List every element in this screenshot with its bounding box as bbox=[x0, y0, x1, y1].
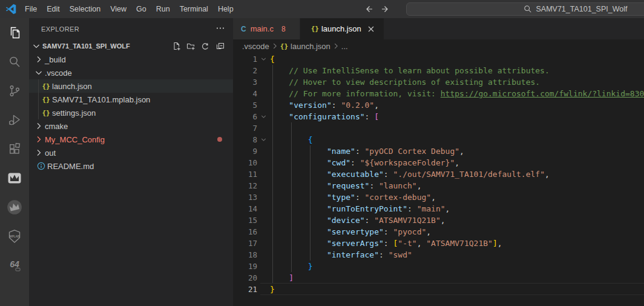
code-editor[interactable]: 1{2 // Use IntelliSense to learn about p… bbox=[233, 53, 644, 306]
code-line-15[interactable]: 15 "device": "ATSAMV71Q21B", bbox=[233, 215, 644, 226]
menu-edit[interactable]: Edit bbox=[42, 0, 65, 18]
code-line-9[interactable]: 9 "name": "pyOCD Cortex Debug", bbox=[233, 145, 644, 157]
collapse-all-icon[interactable] bbox=[215, 41, 225, 51]
explorer-more-actions-icon[interactable] bbox=[215, 23, 225, 35]
tree-item-cmake[interactable]: cmake bbox=[29, 119, 233, 133]
fold-chevron-icon[interactable] bbox=[257, 111, 270, 122]
code-line-17[interactable]: 17 "serverArgs": ["-t", "ATSAMV71Q21B"], bbox=[233, 238, 644, 249]
code-line-3[interactable]: 3 // Hover to view descriptions of exist… bbox=[233, 76, 644, 88]
mplab-64-icon: 64 bbox=[7, 258, 22, 273]
chevron-right-icon bbox=[271, 42, 279, 50]
line-number: 19 bbox=[233, 261, 257, 272]
code-line-11[interactable]: 11 "executable": "./out/SAMV71_TA101/def… bbox=[233, 168, 644, 180]
tree-item-out[interactable]: out bbox=[29, 146, 233, 159]
breadcrumb: .vscode{}launch.json... bbox=[233, 39, 644, 53]
tree-item-label: .vscode bbox=[45, 68, 72, 78]
activitybar-microchip[interactable] bbox=[0, 164, 29, 193]
line-number: 20 bbox=[233, 272, 257, 284]
code-line-16[interactable]: 16 "servertype": "pyocd", bbox=[233, 226, 644, 238]
line-number: 16 bbox=[233, 226, 257, 238]
code-line-20[interactable]: 20 ] bbox=[233, 272, 644, 284]
tree-item-launch.json[interactable]: {}launch.json bbox=[29, 79, 233, 93]
command-center-search[interactable]: SAMV71_TA101_SPI_Wolf bbox=[406, 2, 644, 16]
chevron-right-icon bbox=[332, 42, 340, 50]
activitybar-source-control[interactable] bbox=[0, 76, 29, 105]
extensions-icon bbox=[7, 142, 22, 156]
code-line-6[interactable]: 6 "configurations": [ bbox=[233, 111, 644, 122]
menu-view[interactable]: View bbox=[105, 0, 131, 18]
code-line-21[interactable]: 21} bbox=[233, 284, 644, 295]
project-root-row[interactable]: SAMV71_TA101_SPI_WOLF bbox=[29, 39, 233, 53]
chevron-right-icon bbox=[34, 135, 44, 144]
line-content: "request": "launch", bbox=[270, 180, 421, 191]
tab-launch.json[interactable]: {}launch.json bbox=[300, 18, 384, 39]
new-file-icon[interactable] bbox=[171, 41, 181, 51]
line-content: "executable": "./out/SAMV71_TA101/defaul… bbox=[270, 168, 550, 180]
editor-tabs: Cmain.c8{}launch.json bbox=[233, 18, 644, 39]
code-line-1[interactable]: 1{ bbox=[233, 53, 644, 65]
tree-item-My_MCC_Config[interactable]: My_MCC_Config bbox=[29, 133, 233, 146]
code-line-14[interactable]: 14 "runToEntryPoint": "main", bbox=[233, 203, 644, 215]
activitybar-search[interactable] bbox=[0, 47, 29, 76]
code-line-2[interactable]: 2 // Use IntelliSense to learn about pos… bbox=[233, 65, 644, 76]
activitybar-mplab-64[interactable]: 64 bbox=[0, 251, 29, 280]
code-line-4[interactable]: 4 // For more information, visit: https:… bbox=[233, 88, 644, 99]
line-content: // For more information, visit: https://… bbox=[270, 88, 644, 99]
fold-gutter bbox=[257, 180, 270, 191]
code-line-19[interactable]: 19 } bbox=[233, 261, 644, 272]
code-line-7[interactable]: 7 bbox=[233, 122, 644, 134]
activitybar-run-and-debug[interactable] bbox=[0, 105, 29, 135]
menu-selection[interactable]: Selection bbox=[65, 0, 105, 18]
breadcrumb-item-...[interactable]: ... bbox=[341, 42, 348, 51]
menu-file[interactable]: File bbox=[20, 0, 42, 18]
activitybar-mplab[interactable]: MPLAB bbox=[0, 222, 29, 251]
code-line-18[interactable]: 18 "interface": "swd" bbox=[233, 249, 644, 261]
tab-main.c[interactable]: Cmain.c8 bbox=[233, 18, 300, 39]
editor-group: Cmain.c8{}launch.json .vscode{}launch.js… bbox=[233, 18, 644, 306]
menu-terminal[interactable]: Terminal bbox=[175, 0, 213, 18]
breadcrumb-item-.vscode[interactable]: .vscode bbox=[242, 42, 269, 51]
tree-item-.vscode[interactable]: .vscode bbox=[29, 66, 233, 79]
code-line-12[interactable]: 12 "request": "launch", bbox=[233, 180, 644, 191]
vscode-logo-icon bbox=[5, 4, 16, 15]
tree-item-SAMV71_TA101.mplab.json[interactable]: {}SAMV71_TA101.mplab.json bbox=[29, 93, 233, 106]
fold-gutter bbox=[257, 226, 270, 238]
close-tab-icon[interactable] bbox=[366, 24, 376, 34]
search-icon bbox=[7, 55, 22, 69]
activitybar-explorer[interactable] bbox=[0, 18, 29, 47]
chevron-right-icon bbox=[34, 55, 44, 64]
menu-go[interactable]: Go bbox=[131, 0, 151, 18]
new-folder-icon[interactable] bbox=[186, 41, 196, 51]
nav-back-icon[interactable] bbox=[364, 4, 374, 14]
refresh-icon[interactable] bbox=[200, 41, 210, 51]
code-line-10[interactable]: 10 "cwd": "${workspaceFolder}", bbox=[233, 157, 644, 168]
code-line-13[interactable]: 13 "type": "cortex-debug", bbox=[233, 191, 644, 203]
line-number: 5 bbox=[233, 99, 257, 111]
line-content: "runToEntryPoint": "main", bbox=[270, 203, 450, 215]
fold-chevron-icon[interactable] bbox=[257, 134, 270, 145]
menu-help[interactable]: Help bbox=[213, 0, 238, 18]
code-line-8[interactable]: 8 { bbox=[233, 134, 644, 145]
line-number: 2 bbox=[233, 65, 257, 76]
tree-item-README.md[interactable]: README.md bbox=[29, 159, 233, 173]
line-content: "interface": "swd" bbox=[270, 249, 412, 261]
line-number: 21 bbox=[233, 284, 257, 295]
search-icon bbox=[524, 5, 532, 13]
activitybar-extensions[interactable] bbox=[0, 135, 29, 164]
line-number: 17 bbox=[233, 238, 257, 249]
svg-text:MPLAB: MPLAB bbox=[10, 235, 20, 238]
menu-run[interactable]: Run bbox=[151, 0, 175, 18]
breadcrumb-label: ... bbox=[341, 42, 348, 51]
activitybar-microchip-harmony[interactable] bbox=[0, 193, 29, 222]
code-line-5[interactable]: 5 "version": "0.2.0", bbox=[233, 99, 644, 111]
breadcrumb-item-launch.json[interactable]: {}launch.json bbox=[280, 42, 330, 51]
line-content: "version": "0.2.0", bbox=[270, 99, 379, 111]
chevron-down-icon bbox=[31, 41, 41, 51]
tree-item-_build[interactable]: _build bbox=[29, 53, 233, 66]
line-content: "device": "ATSAMV71Q21B", bbox=[270, 215, 445, 226]
nav-forward-icon[interactable] bbox=[380, 4, 390, 14]
tree-indent-guide bbox=[38, 79, 39, 119]
line-content: "cwd": "${workspaceFolder}", bbox=[270, 157, 459, 168]
tree-item-settings.json[interactable]: {}settings.json bbox=[29, 106, 233, 119]
fold-chevron-icon[interactable] bbox=[257, 53, 270, 65]
